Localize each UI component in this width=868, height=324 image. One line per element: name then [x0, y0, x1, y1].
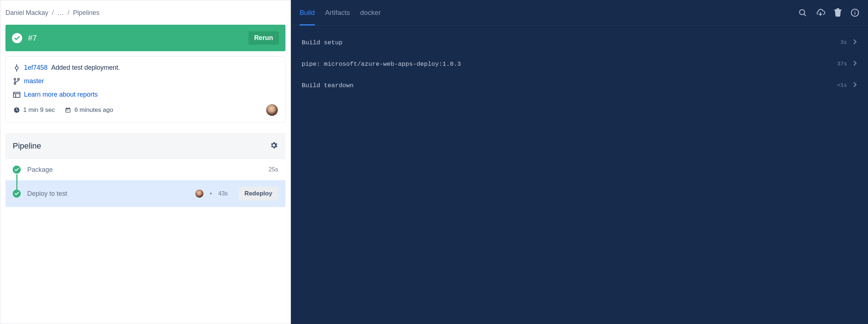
stage-label: Deploy to test: [27, 190, 189, 198]
log-time: 3s: [840, 40, 847, 46]
stage-deploy-to-test[interactable]: Deploy to test • 43s Redeploy: [5, 180, 285, 207]
svg-line-16: [804, 14, 806, 16]
status-success-icon: [13, 166, 21, 174]
reports-icon: [13, 91, 20, 98]
svg-rect-17: [834, 9, 841, 11]
chevron-right-icon: [853, 60, 857, 68]
svg-point-3: [14, 78, 16, 80]
run-number: #7: [28, 33, 243, 43]
duration-text: 1 min 9 sec: [23, 106, 55, 114]
commit-icon: [13, 64, 20, 72]
redeploy-button[interactable]: Redeploy: [239, 187, 278, 201]
breadcrumb-sep: /: [52, 9, 54, 17]
log-row[interactable]: Build teardown <1s: [300, 75, 859, 96]
stage-connector: [16, 174, 17, 192]
breadcrumb-owner[interactable]: Daniel Mackay: [5, 9, 48, 17]
tab-build[interactable]: Build: [300, 0, 315, 25]
calendar-icon: [64, 106, 72, 114]
log-text: Build teardown: [302, 82, 837, 89]
stage-time: 43s: [218, 190, 228, 197]
summary-card: 1ef7458 Added test deployment. master Le…: [5, 56, 285, 123]
svg-point-15: [800, 9, 805, 15]
svg-point-5: [14, 82, 16, 84]
commit-hash-link[interactable]: 1ef7458: [24, 64, 48, 72]
status-success-icon: [13, 190, 21, 198]
chevron-right-icon: [853, 81, 857, 90]
chevron-right-icon: [853, 39, 857, 47]
log-text: Build setup: [302, 39, 840, 46]
pipeline-section: Pipeline Package 25s Deploy to test •: [5, 133, 285, 207]
run-header: #7 Rerun: [5, 25, 285, 51]
stage-time: 25s: [269, 166, 278, 173]
log-row[interactable]: Build setup 3s: [300, 32, 859, 53]
clock-icon: [13, 106, 20, 114]
breadcrumb-ellipsis[interactable]: …: [57, 9, 64, 17]
log-area: Build setup 3s pipe: microsoft/azure-web…: [291, 25, 868, 324]
svg-point-1: [15, 66, 18, 69]
gear-icon[interactable]: [269, 141, 278, 151]
svg-point-21: [855, 11, 855, 11]
breadcrumb: Daniel Mackay / … / Pipelines: [5, 0, 285, 25]
log-row[interactable]: pipe: microsoft/azure-web-apps-deploy:1.…: [300, 53, 859, 75]
log-time: <1s: [837, 82, 847, 89]
svg-rect-18: [836, 8, 839, 9]
log-time: 37s: [837, 61, 847, 67]
branch-icon: [13, 78, 20, 85]
reports-link[interactable]: Learn more about reports: [24, 91, 98, 98]
svg-rect-14: [66, 110, 67, 110]
pipeline-section-title: Pipeline: [13, 141, 269, 151]
breadcrumb-sep: /: [68, 9, 69, 17]
avatar[interactable]: [266, 104, 278, 116]
stage-label: Package: [27, 166, 262, 174]
status-success-icon: [12, 33, 22, 43]
branch-link[interactable]: master: [24, 77, 44, 85]
download-cloud-icon[interactable]: [816, 8, 825, 17]
rerun-button[interactable]: Rerun: [248, 31, 279, 45]
svg-rect-6: [13, 92, 20, 97]
info-icon[interactable]: [851, 8, 859, 17]
trash-icon[interactable]: [834, 8, 842, 17]
tab-docker[interactable]: docker: [360, 0, 381, 25]
tab-artifacts[interactable]: Artifacts: [325, 0, 350, 25]
log-text: pipe: microsoft/azure-web-apps-deploy:1.…: [302, 61, 837, 68]
svg-point-4: [18, 78, 20, 80]
search-icon[interactable]: [798, 8, 807, 17]
relative-time-text: 6 minutes ago: [74, 106, 113, 114]
stage-package[interactable]: Package 25s: [5, 159, 285, 180]
dot-separator: •: [210, 190, 212, 197]
avatar[interactable]: [195, 190, 203, 198]
breadcrumb-current[interactable]: Pipelines: [73, 9, 100, 17]
tabs-bar: Build Artifacts docker: [291, 0, 868, 25]
commit-message: Added test deployment.: [51, 64, 120, 72]
